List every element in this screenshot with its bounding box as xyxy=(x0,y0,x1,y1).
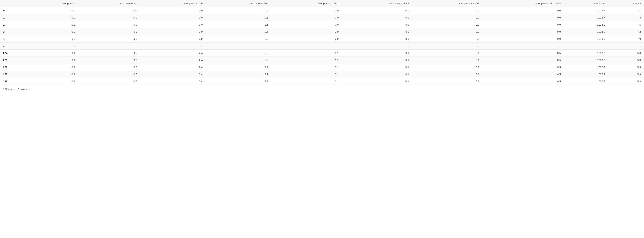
cell-ave_pmean_shift2: 0.1 xyxy=(342,78,412,85)
cell-smhi_t: 8.1 xyxy=(608,7,644,14)
cell-ave_pmean_shift3: 0.0 xyxy=(412,35,482,42)
cell-smhi_msl: 1013.7 xyxy=(564,7,608,14)
col-header-smhi_msl: smhi_msl xyxy=(564,0,608,7)
cell-smhi_t: 7.2 xyxy=(608,28,644,35)
cell-ave_pmean: 0.0 xyxy=(28,7,78,14)
cell-ave_pmean_shift1: 0.0 xyxy=(271,14,342,21)
cell-smhi_msl: 1013.7 xyxy=(564,14,608,21)
cell-ave_pmean_5h: 0.5 xyxy=(78,50,140,57)
cell-ave_pmean_5h_shift4: 0.5 xyxy=(482,71,564,78)
table-row: 30.00.00.00.60.00.00.00.01014.07.2 xyxy=(0,28,644,35)
cell-smhi_msl: 1014.0 xyxy=(564,28,608,35)
cell-ave_pmean_shift3: 0.0 xyxy=(412,21,482,28)
cell-ave_pmean_24h: 0.0 xyxy=(140,7,206,14)
cell-ave_pmean: 0.1 xyxy=(28,78,78,85)
table-row: 40.00.00.00.60.00.00.00.01013.97.0 xyxy=(0,35,644,42)
col-header-index xyxy=(0,0,28,7)
col-header-ave_pmean_5h: ave_pmean_5h xyxy=(78,0,140,7)
cell-ave_pmean_24h: 0.0 xyxy=(140,35,206,42)
cell-ave_pmean_5h: 0.5 xyxy=(78,78,140,85)
cell-ave_pmean_shift3: 0.0 xyxy=(412,14,482,21)
cell-smhi_msl: 1013.9 xyxy=(564,35,608,42)
cell-ave_pmean_shift2: 0.0 xyxy=(342,14,412,21)
cell-smhi_msl: 1007.9 xyxy=(564,64,608,71)
cell-smhi_msl: ... xyxy=(564,42,608,50)
cell-smhi_msl: 1013.9 xyxy=(564,21,608,28)
cell-ave_pmean: 0.1 xyxy=(28,64,78,71)
cell-ave_pmean_shift3: ... xyxy=(412,42,482,50)
cell-smhi_t: 5.3 xyxy=(608,50,644,57)
cell-ave_pmean_5h: 0.0 xyxy=(78,14,140,21)
cell-ave_pmean_5h_shift4: 0.0 xyxy=(482,35,564,42)
cell-ave_pmean_5h_shift4: 0.0 xyxy=(482,7,564,14)
cell-ave_pmean_5h_shift4: 0.5 xyxy=(482,50,564,57)
cell-ave_pmean: 0.0 xyxy=(28,28,78,35)
cell-ave_pmean_shift1: 0.0 xyxy=(271,35,342,42)
cell-ave_pmean_96h: ... xyxy=(206,42,271,50)
cell-ave_pmean_96h: 7.2 xyxy=(206,50,271,57)
cell-ave_pmean_shift2: 0.1 xyxy=(342,50,412,57)
cell-ave_pmean_shift3: 0.1 xyxy=(412,57,482,64)
table-row: 2250.10.52.47.20.10.10.10.51007.95.3 xyxy=(0,57,644,64)
cell-ave_pmean_shift3: 0.0 xyxy=(412,28,482,35)
cell-ave_pmean_24h: 2.4 xyxy=(140,78,206,85)
cell-index: 227 xyxy=(0,71,28,78)
table-footer: 229 rows × 10 columns xyxy=(0,85,644,93)
dataframe-container: ave_pmean ave_pmean_5h ave_pmean_24h ave… xyxy=(0,0,644,93)
cell-ave_pmean_96h: 0.6 xyxy=(206,35,271,42)
cell-smhi_t: 5.3 xyxy=(608,71,644,78)
cell-ave_pmean_24h: 0.0 xyxy=(140,28,206,35)
cell-ave_pmean_shift1: 0.1 xyxy=(271,64,342,71)
cell-ave_pmean_shift1: 0.0 xyxy=(271,28,342,35)
cell-ave_pmean_shift1: 0.0 xyxy=(271,21,342,28)
cell-ave_pmean_24h: 0.0 xyxy=(140,14,206,21)
cell-ave_pmean_5h: 0.5 xyxy=(78,71,140,78)
cell-index: 228 xyxy=(0,78,28,85)
cell-ave_pmean_5h_shift4: 0.5 xyxy=(482,57,564,64)
cell-smhi_t: 5.3 xyxy=(608,57,644,64)
cell-smhi_t: 7.5 xyxy=(608,21,644,28)
cell-index: 2 xyxy=(0,21,28,28)
col-header-ave_pmean_shift2: ave_pmean_shift2 xyxy=(342,0,412,7)
cell-index: 1 xyxy=(0,14,28,21)
cell-ave_pmean_24h: ... xyxy=(140,42,206,50)
cell-ave_pmean: 0.0 xyxy=(28,21,78,28)
col-header-ave_pmean_5h_shift4: ave_pmean_5h_shift4 xyxy=(482,0,564,7)
cell-ave_pmean_5h_shift4: 0.0 xyxy=(482,28,564,35)
cell-smhi_t: 7.0 xyxy=(608,35,644,42)
cell-ave_pmean_96h: 0.6 xyxy=(206,28,271,35)
cell-ave_pmean_96h: 7.2 xyxy=(206,78,271,85)
cell-ave_pmean: 0.0 xyxy=(28,14,78,21)
cell-index: 225 xyxy=(0,57,28,64)
cell-ave_pmean_shift3: 0.0 xyxy=(412,7,482,14)
cell-ave_pmean_5h: ... xyxy=(78,42,140,50)
cell-ave_pmean_5h: 0.0 xyxy=(78,28,140,35)
cell-smhi_msl: 1007.9 xyxy=(564,57,608,64)
cell-smhi_t: ... xyxy=(608,42,644,50)
cell-ave_pmean_shift3: 0.1 xyxy=(412,64,482,71)
cell-ave_pmean_shift2: 0.1 xyxy=(342,64,412,71)
cell-smhi_msl: 1007.9 xyxy=(564,78,608,85)
cell-index: 226 xyxy=(0,64,28,71)
cell-ave_pmean_24h: 2.4 xyxy=(140,64,206,71)
cell-ave_pmean_5h: 0.0 xyxy=(78,35,140,42)
col-header-ave_pmean_96h: ave_pmean_96h xyxy=(206,0,271,7)
table-row: ................................. xyxy=(0,42,644,50)
cell-ave_pmean_96h: 0.6 xyxy=(206,7,271,14)
cell-ave_pmean: 0.1 xyxy=(28,50,78,57)
cell-ave_pmean_5h_shift4: ... xyxy=(482,42,564,50)
cell-ave_pmean_shift3: 0.1 xyxy=(412,78,482,85)
table-header-row: ave_pmean ave_pmean_5h ave_pmean_24h ave… xyxy=(0,0,644,7)
cell-smhi_msl: 1007.9 xyxy=(564,71,608,78)
col-header-ave_pmean: ave_pmean xyxy=(28,0,78,7)
cell-ave_pmean_5h: 0.5 xyxy=(78,57,140,64)
cell-ave_pmean_shift1: 0.1 xyxy=(271,50,342,57)
cell-ave_pmean_96h: 7.2 xyxy=(206,57,271,64)
cell-index: 4 xyxy=(0,35,28,42)
table-row: 00.00.00.00.60.00.00.00.01013.78.1 xyxy=(0,7,644,14)
cell-ave_pmean: 0.1 xyxy=(28,71,78,78)
cell-ave_pmean_shift2: 0.0 xyxy=(342,35,412,42)
cell-smhi_t: 7.8 xyxy=(608,14,644,21)
col-header-ave_pmean_24h: ave_pmean_24h xyxy=(140,0,206,7)
table-row: 20.00.00.00.60.00.00.00.01013.97.5 xyxy=(0,21,644,28)
